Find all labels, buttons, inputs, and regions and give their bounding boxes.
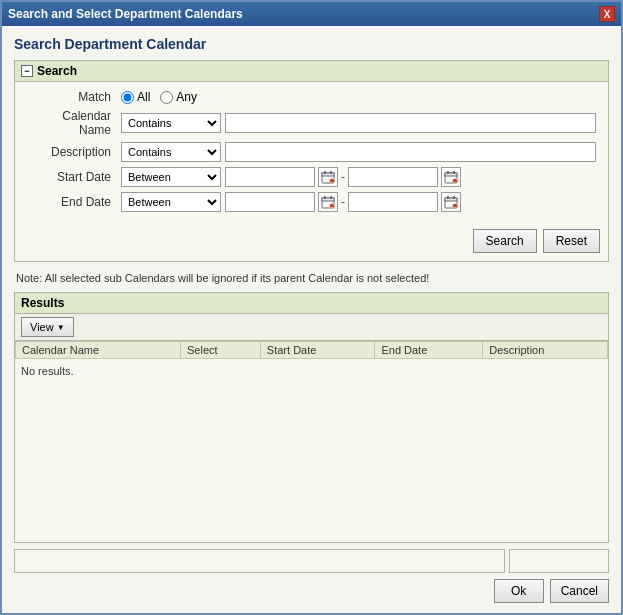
- any-radio-label[interactable]: Any: [160, 90, 197, 104]
- col-select: Select: [181, 342, 261, 359]
- end-date-cal-to[interactable]: +: [441, 192, 461, 212]
- end-date-cal-from[interactable]: +: [318, 192, 338, 212]
- match-radio-group: All Any: [121, 90, 197, 104]
- svg-rect-2: [324, 171, 326, 174]
- window-title: Search and Select Department Calendars: [8, 7, 243, 21]
- results-section-header: Results: [15, 293, 608, 314]
- page-title: Search Department Calendar: [14, 36, 609, 52]
- svg-rect-14: [324, 196, 326, 199]
- results-toolbar: View ▼: [15, 314, 608, 341]
- svg-rect-20: [447, 196, 449, 199]
- any-label: Any: [176, 90, 197, 104]
- search-form: Match All Any Calendar Name: [15, 82, 608, 225]
- col-description: Description: [483, 342, 608, 359]
- results-table: Calendar Name Select Start Date End Date…: [15, 341, 608, 359]
- results-body: Calendar Name Select Start Date End Date…: [15, 341, 608, 542]
- start-date-label: Start Date: [27, 170, 117, 184]
- all-label: All: [137, 90, 150, 104]
- all-radio-label[interactable]: All: [121, 90, 150, 104]
- cancel-button[interactable]: Cancel: [550, 579, 609, 603]
- any-radio[interactable]: [160, 91, 173, 104]
- end-date-select[interactable]: Between: [121, 192, 221, 212]
- start-date-to[interactable]: [348, 167, 438, 187]
- note-text: Note: All selected sub Calendars will be…: [14, 268, 609, 288]
- close-button[interactable]: X: [599, 6, 615, 22]
- window: Search and Select Department Calendars X…: [0, 0, 623, 615]
- calendar-name-row: Calendar Name Contains: [27, 109, 596, 137]
- col-start-date: Start Date: [260, 342, 375, 359]
- svg-rect-19: [445, 198, 457, 201]
- footer-buttons: Ok Cancel: [14, 573, 609, 603]
- start-date-cal-from[interactable]: +: [318, 167, 338, 187]
- svg-rect-1: [322, 173, 334, 176]
- calendar-icon-3: +: [321, 196, 335, 209]
- end-date-range: + - +: [225, 192, 596, 212]
- description-label: Description: [27, 145, 117, 159]
- start-date-row: Start Date Between: [27, 167, 596, 187]
- no-results-text: No results.: [15, 359, 608, 383]
- match-row: Match All Any: [27, 90, 596, 104]
- title-bar: Search and Select Department Calendars X: [2, 2, 621, 26]
- bottom-right-pane: [509, 549, 609, 573]
- results-label: Results: [21, 296, 64, 310]
- reset-button[interactable]: Reset: [543, 229, 600, 253]
- view-btn-label: View: [30, 321, 54, 333]
- start-date-range: + - +: [225, 167, 596, 187]
- table-header-row: Calendar Name Select Start Date End Date…: [16, 342, 608, 359]
- svg-rect-7: [445, 173, 457, 176]
- calendar-icon-2: +: [444, 171, 458, 184]
- end-date-from[interactable]: [225, 192, 315, 212]
- search-button-row: Search Reset: [15, 225, 608, 261]
- search-section: − Search Match All Any: [14, 60, 609, 262]
- description-row: Description Contains: [27, 142, 596, 162]
- date-dash-2: -: [341, 195, 345, 209]
- bottom-bar: [14, 549, 609, 573]
- date-dash-1: -: [341, 170, 345, 184]
- all-radio[interactable]: [121, 91, 134, 104]
- calendar-icon: +: [321, 171, 335, 184]
- col-end-date: End Date: [375, 342, 483, 359]
- calendar-name-label: Calendar Name: [27, 109, 117, 137]
- start-date-from[interactable]: [225, 167, 315, 187]
- calendar-name-select[interactable]: Contains: [121, 113, 221, 133]
- svg-rect-13: [322, 198, 334, 201]
- bottom-left-pane: [14, 549, 505, 573]
- match-label: Match: [27, 90, 117, 104]
- description-select[interactable]: Contains: [121, 142, 221, 162]
- end-date-label: End Date: [27, 195, 117, 209]
- svg-rect-21: [453, 196, 455, 199]
- search-section-header: − Search: [15, 61, 608, 82]
- svg-rect-9: [453, 171, 455, 174]
- col-calendar-name: Calendar Name: [16, 342, 181, 359]
- start-date-cal-to[interactable]: +: [441, 167, 461, 187]
- view-button[interactable]: View ▼: [21, 317, 74, 337]
- collapse-icon[interactable]: −: [21, 65, 33, 77]
- results-section: Results View ▼ Calendar Name Select Star…: [14, 292, 609, 543]
- calendar-name-input[interactable]: [225, 113, 596, 133]
- svg-rect-3: [330, 171, 332, 174]
- view-dropdown-arrow: ▼: [57, 323, 65, 332]
- svg-rect-15: [330, 196, 332, 199]
- end-date-row: End Date Between: [27, 192, 596, 212]
- end-date-to[interactable]: [348, 192, 438, 212]
- start-date-select[interactable]: Between: [121, 167, 221, 187]
- search-button[interactable]: Search: [473, 229, 537, 253]
- search-section-label: Search: [37, 64, 77, 78]
- ok-button[interactable]: Ok: [494, 579, 544, 603]
- description-input[interactable]: [225, 142, 596, 162]
- svg-rect-8: [447, 171, 449, 174]
- calendar-icon-4: +: [444, 196, 458, 209]
- window-content: Search Department Calendar − Search Matc…: [2, 26, 621, 613]
